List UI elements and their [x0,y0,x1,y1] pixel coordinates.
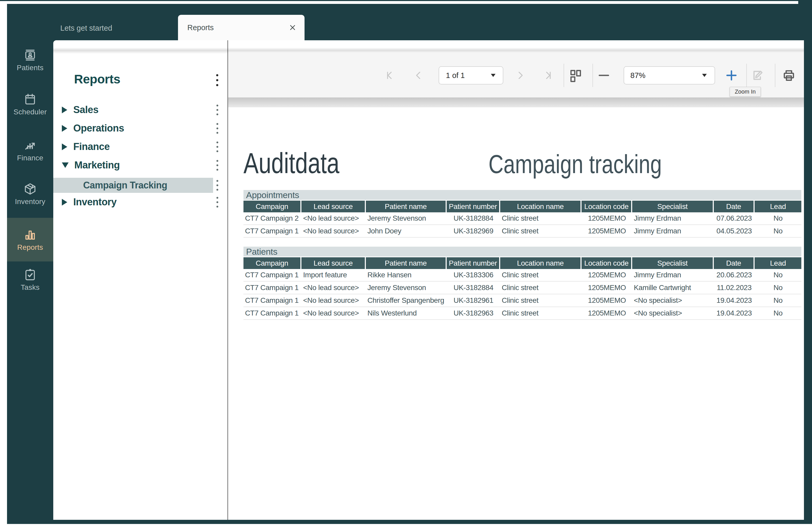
tree-item-inventory[interactable]: Inventory [53,193,227,211]
item-menu-kebab-icon[interactable] [214,178,221,193]
sidebar-item-label: Patients [17,64,44,72]
tree-item-operations[interactable]: Operations [53,119,227,137]
table-cell: UK-3183306 [447,269,500,282]
column-header: Lead source [302,257,366,269]
previous-page-button[interactable] [413,70,424,81]
table-cell: CT7 Campaign 1 [244,225,302,238]
table-cell: Kamille Cartwright [632,282,714,295]
table-header-row: CampaignLead sourcePatient namePatient n… [244,201,801,212]
sidebar-item-label: Scheduler [14,108,47,116]
tree-item-marketing[interactable]: Marketing [53,156,227,175]
table-row: CT7 Campaign 2<No lead source>Jeremy Ste… [244,212,801,225]
reports-icon [23,228,37,242]
table-cell: CT7 Campaign 1 [244,307,302,320]
sidebar-item-reports[interactable]: Reports [7,218,53,261]
table-header-row: CampaignLead sourcePatient namePatient n… [244,257,801,269]
table-row: CT7 Campaign 1<No lead source>Jeremy Ste… [244,282,801,295]
toolbar-separator [564,64,564,87]
chevron-right-icon[interactable] [62,125,67,132]
chevron-right-icon[interactable] [62,144,67,150]
sidebar-item-label: Finance [17,154,43,162]
table-cell: 19.04.2023 [714,307,755,320]
table-cell: Nils Westerlund [366,307,447,320]
table-cell: Import feature [302,269,366,282]
table-cell: 1205MEMO [582,212,632,225]
column-header: Location name [500,201,582,212]
inventory-icon [23,182,37,196]
table-cell: Jimmy Erdman [632,225,714,238]
sidebar-item-patients[interactable]: Patients [7,48,53,79]
table-cell: Jeremy Stevenson [366,282,447,295]
table-cell: CT7 Campaign 1 [244,269,302,282]
section-title: Patients [246,246,277,257]
page-number-select[interactable]: 1 of 1 [439,66,503,85]
tree-item-campaign-tracking[interactable]: Campaign Tracking [53,178,227,193]
item-menu-kebab-icon[interactable] [214,194,221,210]
chevron-down-icon [491,74,495,77]
panel-menu-kebab-icon[interactable] [214,72,221,89]
toolbar-separator [593,64,593,87]
zoom-in-button[interactable] [724,69,738,82]
table-row: CT7 Campaign 1<No lead source>Christoffe… [244,295,801,307]
chevron-right-icon[interactable] [62,199,67,206]
table-cell: <No specialist> [632,295,714,307]
table-cell: No [754,225,801,238]
zoom-in-tooltip: Zoom In [730,87,761,97]
viewer-gutter [228,97,804,107]
sidebar-item-inventory[interactable]: Inventory [7,182,53,213]
report-viewer: 1 of 1 [228,40,804,520]
print-button[interactable] [782,68,796,82]
minus-icon [599,75,609,76]
content-area: Reports Sales Operations [53,40,804,520]
table-cell: UK-3182963 [447,307,500,320]
sidebar-item-scheduler[interactable]: Scheduler [7,92,53,123]
table-cell: UK-3182884 [447,282,500,295]
zoom-out-button[interactable] [599,75,609,76]
table-cell: UK-3182884 [447,212,500,225]
table-cell: CT7 Campaign 2 [244,212,302,225]
table-cell: 1205MEMO [582,295,632,307]
table-cell: Christoffer Spangenberg [366,295,447,307]
tab-lets-get-started[interactable]: Lets get started [60,23,112,33]
table-cell: CT7 Campaign 1 [244,282,302,295]
item-menu-kebab-icon[interactable] [214,121,221,136]
table-cell: Clinic street [500,282,582,295]
column-header: Lead [754,201,801,212]
zoom-level-select[interactable]: 87% [624,66,715,85]
tree-item-finance[interactable]: Finance [53,137,227,156]
table-cell: 19.04.2023 [714,295,755,307]
table-cell: 11.02.2023 [714,282,755,295]
column-header: Lead source [302,201,366,212]
item-menu-kebab-icon[interactable] [214,158,221,173]
edit-report-button[interactable] [751,68,765,82]
item-menu-kebab-icon[interactable] [214,102,221,118]
column-header: Campaign [244,257,302,269]
column-header: Location name [500,257,582,269]
table-cell: 07.06.2023 [714,212,755,225]
table-cell: Jimmy Erdman [632,212,714,225]
chevron-down-icon[interactable] [62,162,68,168]
table-cell: John Doey [366,225,447,238]
report-title: Campaign tracking [489,149,662,179]
last-page-button[interactable] [542,70,553,81]
close-icon[interactable] [287,22,298,33]
table-cell: No [754,212,801,225]
table-cell: 1205MEMO [582,269,632,282]
column-header: Campaign [244,201,302,212]
item-menu-kebab-icon[interactable] [214,139,221,154]
table-cell: <No specialist> [632,307,714,320]
tasks-icon [23,268,37,282]
table-cell: Clinic street [500,295,582,307]
sidebar-item-label: Inventory [15,197,45,206]
tree-item-sales[interactable]: Sales [53,101,227,119]
first-page-button[interactable] [385,70,396,81]
sidebar-item-tasks[interactable]: Tasks [7,268,53,298]
thumbnails-view-button[interactable] [568,68,583,82]
patients-table: CampaignLead sourcePatient namePatient n… [244,257,801,320]
chevron-right-icon[interactable] [62,107,67,113]
tab-reports[interactable]: Reports [178,15,305,40]
sidebar-item-finance[interactable]: Finance [7,138,53,169]
table-row: CT7 Campaign 1<No lead source>John DoeyU… [244,225,801,238]
next-page-button[interactable] [515,70,525,81]
table-cell: UK-3182961 [447,295,500,307]
